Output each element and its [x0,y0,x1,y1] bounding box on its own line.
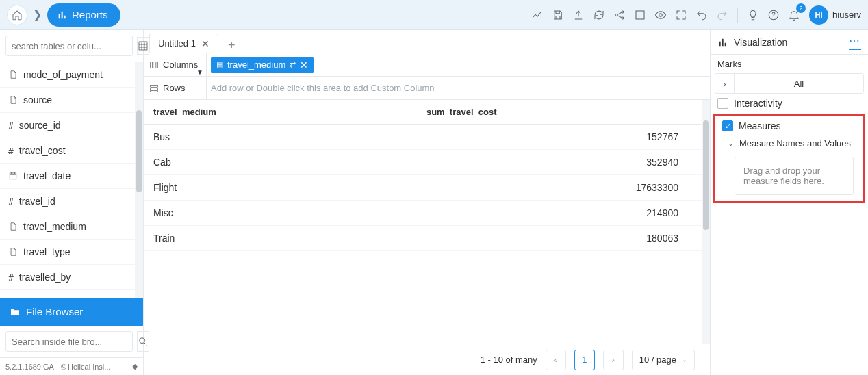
column-header[interactable]: sum_travel_cost [426,100,702,125]
field-item[interactable]: #travelled_by [0,265,135,290]
page-size-select[interactable]: 10 / page ⌄ [632,350,695,370]
help-icon [767,9,780,21]
redo-icon [716,9,728,21]
help-button[interactable] [764,5,783,25]
export-button[interactable] [569,5,588,25]
column-pill-travel-medium[interactable]: ▤ travel_medium ⇄ ✕ [211,57,314,73]
measure-names-row[interactable]: ⌄ Measure Names and Values [715,135,863,151]
file-browser-button[interactable]: File Browser [0,298,143,326]
svg-rect-7 [10,173,16,179]
collapse-icon[interactable]: ◆ [132,362,138,371]
notification-badge: 2 [796,3,806,13]
swap-icon[interactable]: ⇄ [290,60,296,69]
report-tab[interactable]: Untitled 1 ✕ [149,34,218,53]
more-options-button[interactable]: ⋯ [849,34,861,50]
chart-type-button[interactable] [528,5,547,25]
home-icon [12,10,23,21]
prev-page-button[interactable]: ‹ [546,350,566,370]
field-item[interactable]: #travel_cost [0,138,135,164]
fullscreen-button[interactable] [672,5,691,25]
marks-label: Marks [711,55,868,73]
interactivity-checkbox[interactable] [717,98,728,109]
bar-chart-icon [57,10,68,21]
refresh-button[interactable] [589,5,609,25]
field-item[interactable]: travel_medium [0,214,135,240]
columns-icon [149,60,159,70]
pill-remove-button[interactable]: ✕ [300,60,308,70]
field-name: mode_of_payment [23,69,103,80]
tab-close-button[interactable]: ✕ [201,38,209,49]
next-page-button[interactable]: › [603,350,624,370]
field-name: source [23,94,52,105]
drop-hint: Drag and drop your measure fields here. [743,166,824,186]
measure-drop-zone[interactable]: Drag and drop your measure fields here. [735,157,854,195]
layout-icon [634,9,646,21]
notifications-button[interactable]: 2 [784,5,804,25]
table-scrollbar[interactable] [702,100,710,344]
chevron-right-icon[interactable]: › [715,74,735,93]
save-icon [552,9,564,21]
file-search-input[interactable] [5,331,133,352]
svg-rect-14 [151,90,158,92]
measures-label: Measures [739,120,780,131]
home-button[interactable] [7,5,27,25]
layout-button[interactable] [630,5,650,25]
rows-shelf-label: Rows [163,83,186,93]
reports-pill[interactable]: Reports [47,3,120,27]
sidebar-scrollbar[interactable] [135,62,143,298]
fullscreen-icon [675,9,687,21]
field-name: source_id [19,120,61,131]
table-row: Bus152767 [144,125,702,150]
field-item[interactable]: travel_type [0,240,135,265]
username: hiuserv [832,10,861,20]
field-item[interactable]: #travel_id [0,189,135,214]
columns-shelf-label: Columns [163,60,198,70]
cell: Train [144,226,426,251]
refresh-icon [593,9,605,21]
reports-label: Reports [72,9,108,21]
measures-checkbox[interactable] [722,120,733,131]
svg-rect-3 [636,11,644,19]
cell: 352940 [426,150,702,175]
marks-all-row[interactable]: › All [715,73,864,94]
svg-rect-12 [151,85,158,87]
svg-point-0 [615,14,617,16]
field-name: travel_date [23,170,71,181]
svg-point-2 [622,17,624,19]
tab-add-button[interactable]: + [222,38,241,53]
columns-shelf[interactable]: ▤ travel_medium ⇄ ✕ [207,53,710,76]
cell: 214900 [426,201,702,226]
viz-icon [717,37,728,48]
idea-button[interactable] [743,5,763,25]
field-name: travel_medium [23,221,86,232]
table-row: Cab352940 [144,150,702,175]
visualization-title: Visualization [734,37,787,48]
version-text: 5.2.1.1689 GA [5,363,54,371]
rows-shelf[interactable]: Add row or Double click this area to add… [207,77,710,99]
svg-rect-10 [153,62,155,68]
share-button[interactable] [610,5,629,25]
user-menu[interactable]: HI hiuserv [809,5,861,25]
caret-down-icon[interactable]: ▼ [196,68,203,76]
undo-button[interactable] [692,5,711,25]
field-name: travel_type [23,246,70,257]
svg-rect-11 [156,62,157,68]
save-button[interactable] [548,5,567,25]
line-chart-icon [531,9,544,21]
field-item[interactable]: #source_id [0,113,135,138]
preview-button[interactable] [651,5,670,25]
cell: Misc [144,201,426,226]
table-row: Misc214900 [144,201,702,226]
redo-button[interactable] [713,5,732,25]
search-input[interactable] [5,36,133,56]
column-header[interactable]: travel_medium [144,100,426,125]
field-item[interactable]: source [0,88,135,113]
page-number[interactable]: 1 [574,350,595,370]
avatar: HI [809,5,828,25]
all-label: All [735,79,863,89]
cell: 17633300 [426,175,702,201]
cell: Flight [144,175,426,201]
field-item[interactable]: mode_of_payment [0,62,135,88]
svg-rect-9 [151,62,153,68]
field-item[interactable]: travel_date [0,164,135,189]
